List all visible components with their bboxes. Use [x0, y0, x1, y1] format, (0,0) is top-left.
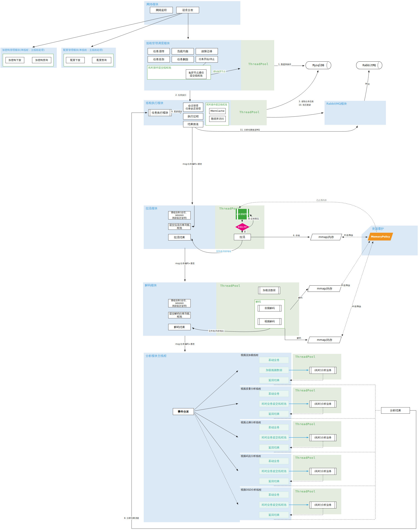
node-session-mgmt: 会话管理 任务状态管理 [183, 103, 203, 112]
node-dongle-send: 加密狗下发 [5, 57, 24, 63]
node-analysis-result: 分析结果 [381, 407, 410, 414]
lane-mid-box: 耗时业务提交线程池 [259, 501, 289, 508]
edge-label-store: 6. 存储 [293, 234, 300, 237]
node-memcache: MemCache [209, 108, 226, 114]
dongle-module-title: 加密狗管理模块(单线程：主线程处理) [2, 48, 45, 52]
edge-label-push-mq: 11. 分析结果推送MQ [240, 129, 260, 132]
lane-title: 视频点播分析线程 [241, 421, 261, 424]
node-event-dispatch: 事件分发 [173, 408, 194, 415]
node-config-send: 配置下发 [66, 57, 85, 63]
node-dongle-query: 加密狗查询 [32, 57, 51, 63]
lane-return-box: 返回结果 [259, 411, 289, 417]
network-module-title: 网络模块 [146, 2, 158, 6]
rabbitmq-cylinder: RabbitMQ [356, 61, 382, 69]
edge-label-apply-release-2: 申请/释放 [341, 284, 350, 287]
node-decode-result: 解码结果 [168, 324, 191, 330]
decode-group-title: 解码 [256, 300, 261, 304]
lane-pool-task-box: (耗时)分析业务 [309, 401, 336, 408]
lane-mid-box: 耗时业务提交线程池 [259, 434, 289, 441]
node-task-clean: 任务清理 [148, 48, 170, 55]
node-task-delete: 任务删除 [172, 56, 194, 62]
lane-mid-box: 加载视频数据 [259, 367, 289, 373]
mmap-memory-1: mmap/内存 [310, 234, 342, 240]
lane-pool-task-box: (耗时)分析业务 [309, 501, 336, 508]
node-pull-base: 基础业务(会话、session 局部状态管理) [168, 211, 191, 220]
node-exec-process: 执行过程 [183, 113, 203, 119]
node-audio-decode: 音频解码 [258, 305, 281, 311]
lane-mid-box: 耗时业务提交线程池 [259, 468, 289, 474]
node-task-add: 任务添加 [148, 56, 170, 62]
rabbitmq-module-title: RabbitMQ模块 [326, 102, 347, 106]
lane-pool-task-box: (耗时)分析业务 [309, 434, 336, 441]
lane-threadpool-label: ThreadPool [295, 456, 315, 459]
edge-label-read-task: 3. 读取任务信息 [298, 100, 314, 103]
scheduler-pool-title: 耗时操作提交线程池 [148, 66, 171, 69]
node-load-stream-data: 加载流数据 [258, 287, 280, 294]
node-decode-base: 基础业务(会话、session 局部状态管理) [168, 299, 191, 307]
lane-base-box: 基础业务 [259, 491, 289, 498]
edge-label-no-limit: 否:业务限流 [247, 217, 259, 220]
pull-module-title: 拉流模块 [146, 206, 157, 210]
edge-label-update-cache: 9. 更新缓存 [171, 110, 182, 113]
node-network-listen: 网络监听 [150, 7, 173, 13]
node-pull-submit: 提交拉流任务到线程池 [168, 223, 191, 230]
node-pull-stream: 拉流 [234, 234, 251, 240]
config-module-title: 配置管理模块(单线程：主线程处理) [63, 48, 103, 52]
mysql-db-cylinder: MysqlDB [306, 61, 331, 69]
node-request-dispatch: 请求分发 [176, 7, 199, 13]
node-config-query: 配置查询 [92, 57, 111, 63]
executor-module-title: 巡检执行模块 [146, 101, 163, 105]
lane-title: 视频码流分析线程 [241, 455, 261, 458]
lane-threadpool-label: ThreadPool [295, 422, 315, 426]
lane-return-box: 返回结果 [259, 478, 289, 485]
edge-label-msg-channel-2: msg:任务编码+通道 [175, 262, 195, 265]
lane-title: 视频OSD分析线程 [241, 488, 261, 491]
edge-label-apply-release-1: 申请/释放 [344, 234, 353, 237]
memory-policy-node: MemoryPolicy [368, 233, 393, 240]
lane-return-box: 返回结果 [259, 444, 289, 451]
edge-label-notify-cluster: 通知集群节点 [213, 70, 226, 73]
node-load-balance: 负载均衡 [172, 48, 194, 55]
resource-guard-title: 资源看护 [372, 227, 384, 231]
node-video-decode: 视频解码 [258, 318, 281, 325]
lane-pool-task-box: (耗时)分析业务 [309, 367, 336, 374]
lane-base-box: 基础业务 [259, 458, 289, 464]
node-decode-submit: 提交解码任务到线程池 [168, 312, 191, 318]
lane-mid-box: 耗时业务提交线程池 [259, 401, 289, 407]
analysis-main-title: 分析模块主线程 [146, 354, 166, 358]
scheduler-module-title: 巡检管理调度模块 [146, 41, 170, 45]
edge-label-apply-release-3: 申请/释放 [351, 305, 361, 308]
lane-title: 视频质量分析线程 [241, 387, 261, 391]
edge-label-msg-channel-3: msg:任务编码+通道 [175, 343, 195, 346]
edge-label-decode-1: 解码 [298, 296, 303, 299]
edge-label-db-op: 1. 数据库操作 [278, 63, 292, 66]
edge-label-task-exec: 2. 任务执行 [175, 94, 186, 97]
edge-label-msg: Msg [365, 83, 370, 85]
node-task-start-stop: 任务开始/停止 [196, 56, 218, 62]
lane-threadpool-label: ThreadPool [295, 355, 315, 358]
executor-pool-title: 耗时操作提交线程池 [207, 103, 227, 106]
scheduler-threadpool-label: ThreadPool [248, 62, 268, 66]
node-memory-force-check: 内存强制判断 [236, 209, 249, 220]
decode-threadpool-label: ThreadPool [220, 284, 240, 287]
mmap-memory-2: mmap/内存 [308, 285, 341, 292]
edge-label-decode-2: 解码 [296, 337, 301, 340]
executor-threadpool-label: ThreadPool [239, 110, 260, 114]
edge-label-result-msg: 8. 分析结果消息 [124, 517, 140, 520]
edge-label-yes: 是 [244, 230, 247, 233]
decode-module-title: 解码模块 [145, 283, 157, 287]
edge-label-msg-channel-1: msg:任务编码+通道 [182, 163, 202, 166]
node-pull-result: 拉流结果 [168, 234, 191, 240]
edge-label-occupied: 已占用内存 [316, 199, 327, 202]
node-failover: 故障迁移 [196, 48, 218, 55]
architecture-diagram: 网络模块 加密狗管理模块(单线程：主线程处理) 配置管理模块(单线程：主线程处理… [0, 0, 420, 530]
edge-label-status-update: 10. 状态更新 [298, 103, 311, 106]
lane-pool-task-box: (耗时)分析业务 [309, 468, 336, 475]
node-db-access: 数据库访问 [209, 116, 226, 122]
diagram-connectors [0, 0, 420, 530]
solid-connectors [32, 13, 416, 529]
lane-return-box: 返回结果 [259, 512, 289, 518]
lane-base-box: 基础业务 [259, 424, 289, 431]
node-task-executor: 任务执行模块 [148, 109, 172, 116]
edge-label-filename-mem-1: 文件名/内存地址 [216, 250, 232, 253]
